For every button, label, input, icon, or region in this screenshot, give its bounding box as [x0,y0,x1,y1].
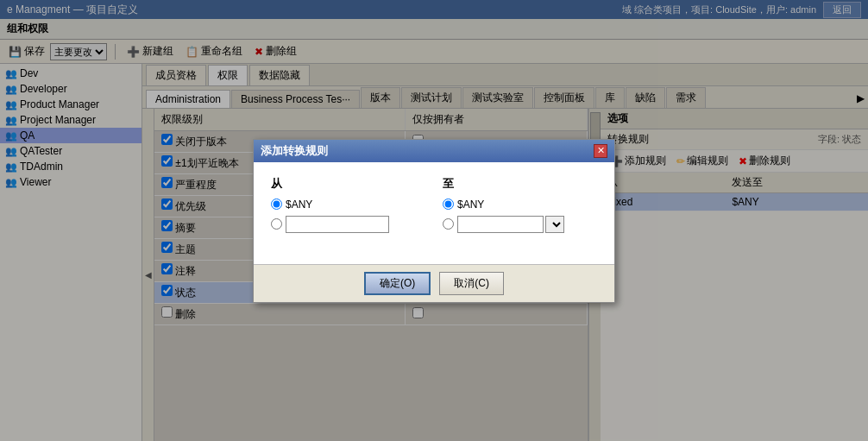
from-radio-any[interactable] [271,198,282,210]
modal-close-button[interactable]: ✕ [594,144,607,158]
from-radio-value[interactable] [271,218,282,230]
to-radio-row2 [443,216,597,233]
modal-footer: 确定(O) 取消(C) [254,264,614,302]
modal-titlebar: 添加转换规则 ✕ [254,140,614,162]
cancel-button[interactable]: 取消(C) [439,272,504,295]
from-radio-row2 [271,216,425,233]
from-value-input[interactable] [286,216,389,233]
to-radio-row: $ANY [443,198,597,211]
to-label: 至 [443,176,597,192]
to-radio-any[interactable] [443,198,454,210]
modal-from-to-row: 从 $ANY 至 $ANY [271,176,597,238]
to-any-label: $ANY [457,198,484,211]
modal-title: 添加转换规则 [261,143,328,159]
to-value-input[interactable] [457,216,544,233]
to-select[interactable] [545,216,564,233]
from-label: 从 [271,176,425,192]
from-any-label: $ANY [286,198,312,211]
add-rule-modal: 添加转换规则 ✕ 从 $ANY 至 [253,139,615,303]
modal-body: 从 $ANY 至 $ANY [254,162,614,264]
to-radio-value[interactable] [443,218,454,230]
confirm-button[interactable]: 确定(O) [364,272,431,295]
modal-from-col: 从 $ANY [271,176,425,238]
from-radio-row: $ANY [271,198,425,211]
modal-to-col: 至 $ANY [443,176,597,238]
modal-overlay: 添加转换规则 ✕ 从 $ANY 至 [0,0,868,441]
